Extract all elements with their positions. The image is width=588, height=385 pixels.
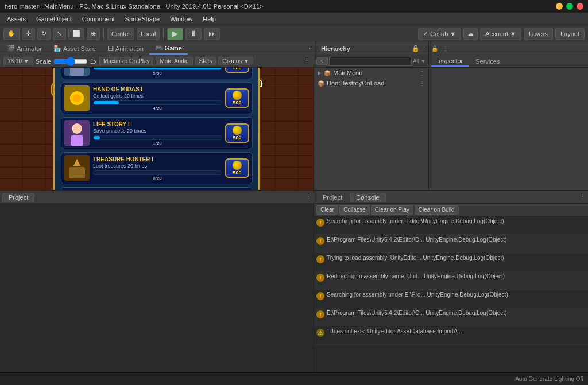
log-text-6: " does not exist UnityEditor.AssetDataba… xyxy=(327,328,586,336)
local-button[interactable]: Local xyxy=(137,28,160,40)
inspector-menu-icon[interactable]: ⋮ xyxy=(443,45,448,52)
tab-game[interactable]: 🎮 Game xyxy=(149,43,188,55)
gizmos-button[interactable]: Gizmos ▼ xyxy=(218,57,253,65)
scale-slider[interactable] xyxy=(53,58,88,65)
achievement-info-3: TREASURE HUNTER I Loot treasures 20 time… xyxy=(93,156,222,181)
tab-more-icon[interactable]: ⋮ xyxy=(306,45,312,52)
hierarchy-header: Hierarchy 🔒 ⋮ xyxy=(314,42,428,55)
add-gameobject-button[interactable]: + xyxy=(316,57,328,65)
pause-button[interactable]: ⏸ xyxy=(185,28,202,40)
mute-audio-button[interactable]: Mute Audio xyxy=(156,57,192,65)
reward-coin-1 xyxy=(233,91,242,100)
collapse-button[interactable]: Collapse xyxy=(339,205,370,215)
log-entry-2: ! Trying to load assembly: UnityEdito...… xyxy=(314,253,588,271)
tab-animation[interactable]: 🎞 Animation xyxy=(102,43,149,55)
menu-gameobject[interactable]: GameObject xyxy=(32,14,76,24)
hierarchy-menu-dontdestroy[interactable]: ⋮ xyxy=(419,80,425,87)
collab-label: Collab ▼ xyxy=(430,30,456,37)
gameobject-icon-mainmenu: 📦 xyxy=(324,70,331,76)
inspector-lock-icon[interactable]: 🔒 xyxy=(431,45,438,52)
step-button[interactable]: ⏭ xyxy=(204,28,220,40)
achievement-fill-1 xyxy=(94,101,119,104)
project-tab[interactable]: Project xyxy=(2,193,34,202)
layout-button[interactable]: Layout xyxy=(555,28,585,40)
game-toolbar: 16:10 ▼ Scale 1x Maximize On Play Mute A… xyxy=(0,55,314,68)
inspector-tab-services[interactable]: Services xyxy=(470,57,505,66)
game-inner: ← 3300 xyxy=(0,68,314,190)
log-entry-4: ! Searching for assembly under E:\Pro...… xyxy=(314,290,588,308)
tool-move[interactable]: ✛ xyxy=(22,28,35,40)
tool-hand[interactable]: ✋ xyxy=(3,28,20,40)
log-icon-5: ! xyxy=(316,310,324,318)
achievement-reward-3: 500 xyxy=(225,158,249,178)
achievement-fill-2 xyxy=(94,136,100,139)
reward-coin-3 xyxy=(233,161,242,170)
achievement-progress-bar-2 xyxy=(93,135,222,140)
account-button[interactable]: Account ▼ xyxy=(480,28,521,40)
achievement-progress-text-0: 5/50 xyxy=(93,71,222,76)
achievement-progress-bar-3 xyxy=(93,170,222,175)
tool-rect[interactable]: ⬜ xyxy=(68,28,84,40)
hierarchy-item-dontdestroyonload[interactable]: 📦 DontDestroyOnLoad ⋮ xyxy=(314,78,428,88)
hierarchy-menu-mainmenu[interactable]: ⋮ xyxy=(419,70,425,76)
log-icon-6: ⚠ xyxy=(316,329,324,337)
menu-bar: Assets GameObject Component SpriteShape … xyxy=(0,13,588,25)
clear-button[interactable]: Clear xyxy=(316,205,338,215)
menu-assets[interactable]: Assets xyxy=(2,14,30,24)
hierarchy-item-mainmenu[interactable]: ▶ 📦 MainMenu ⋮ xyxy=(314,68,428,78)
status-text: Auto Generate Lighting Off xyxy=(515,376,583,382)
console-project-tab[interactable]: Project xyxy=(316,193,349,202)
tool-rotate[interactable]: ↻ xyxy=(37,28,51,40)
console-more-icon[interactable]: ⋮ xyxy=(579,193,586,201)
toolbar-right: ✓ Collab ▼ ☁ Account ▼ Layers Layout xyxy=(418,28,585,40)
scale-value: 1x xyxy=(90,58,97,65)
hierarchy-lock-icon[interactable]: 🔒 xyxy=(412,45,420,52)
center-button[interactable]: Center xyxy=(107,28,134,40)
arrow-icon-mainmenu: ▶ xyxy=(318,70,322,76)
collab-checkmark: ✓ xyxy=(423,30,428,37)
console-tab[interactable]: Console xyxy=(350,193,385,202)
menu-spriteshape[interactable]: SpriteShape xyxy=(121,14,165,24)
hierarchy-search[interactable] xyxy=(329,57,412,66)
clear-on-build-button[interactable]: Clear on Build xyxy=(415,205,459,215)
layers-button[interactable]: Layers xyxy=(524,28,553,40)
log-icon-0: ! xyxy=(316,219,324,227)
stats-button[interactable]: Stats xyxy=(195,57,216,65)
cloud-button[interactable]: ☁ xyxy=(463,28,478,40)
maximize-button[interactable] xyxy=(566,3,573,10)
achievement-desc-3: Loot treasures 20 times xyxy=(93,163,222,169)
game-toolbar-more[interactable]: ⋮ xyxy=(304,57,310,65)
minimize-button[interactable] xyxy=(556,3,563,10)
tab-asset-store[interactable]: 🏪 Asset Store xyxy=(48,43,102,55)
achievement-info-0: SAVE THE WORLD I Complete 50 levels 5/50 xyxy=(93,68,222,76)
log-text-4: Searching for assembly under E:\Pro... U… xyxy=(327,291,586,299)
tool-transform[interactable]: ⊕ xyxy=(87,28,100,40)
maximize-on-play-button[interactable]: Maximize On Play xyxy=(99,57,154,65)
aspect-selector[interactable]: 16:10 ▼ xyxy=(3,57,33,65)
menu-help[interactable]: Help xyxy=(198,14,220,24)
log-icon-4: ! xyxy=(316,292,324,300)
collab-button[interactable]: ✓ Collab ▼ xyxy=(418,28,461,40)
hierarchy-menu-icon[interactable]: ⋮ xyxy=(420,45,426,52)
achievement-item-2: LIFE STORY I Save princess 20 times 1/20 xyxy=(61,117,253,149)
close-button[interactable] xyxy=(577,3,583,10)
reward-coin-2 xyxy=(233,126,242,135)
achievement-progress-bar-1 xyxy=(93,100,222,105)
project-more-icon[interactable]: ⋮ xyxy=(305,193,311,201)
reward-val-3: 500 xyxy=(233,170,241,176)
clear-on-play-button[interactable]: Clear on Play xyxy=(371,205,413,215)
achievement-item-4: THANKS A KILLION I Kill all monster 20 t… xyxy=(61,187,253,190)
achievement-fill-0 xyxy=(94,68,221,69)
menu-window[interactable]: Window xyxy=(165,14,197,24)
menu-component[interactable]: Component xyxy=(78,14,119,24)
tool-scale[interactable]: ⤡ xyxy=(53,28,66,40)
tab-animator[interactable]: 🎬 Animator xyxy=(1,43,48,55)
inspector-header: 🔒 ⋮ xyxy=(429,42,588,55)
hierarchy-label-dontdestroy: DontDestroyOnLoad xyxy=(327,80,384,87)
achievement-icon-0 xyxy=(64,68,90,76)
hierarchy-filter-icon[interactable]: ▼ xyxy=(420,58,426,64)
inspector-panel: 🔒 ⋮ Inspector Services xyxy=(429,42,588,190)
panels-row: 🎬 Animator 🏪 Asset Store 🎞 Animation 🎮 G… xyxy=(0,42,588,190)
inspector-tab-inspector[interactable]: Inspector xyxy=(431,56,469,67)
play-button[interactable]: ▶ xyxy=(167,28,183,40)
